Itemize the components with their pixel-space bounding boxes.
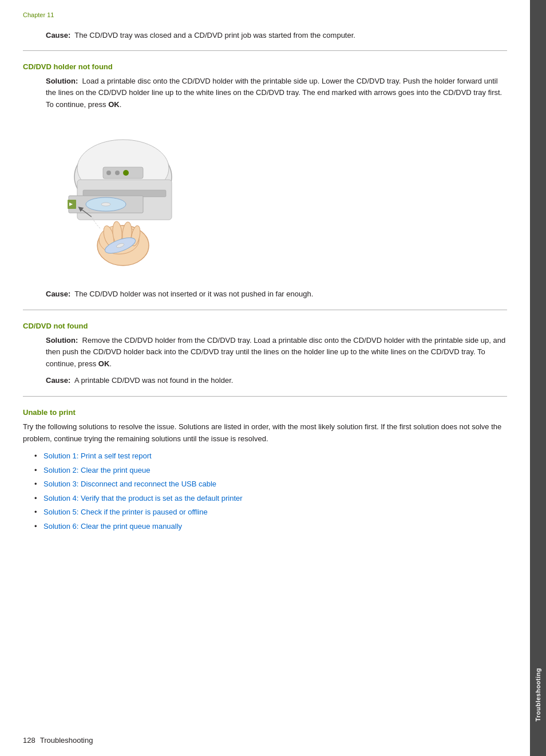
cause-label-2: Cause: <box>46 376 70 385</box>
top-cause-block: Cause: The CD/DVD tray was closed and a … <box>23 25 507 51</box>
chapter-heading: Chapter 11 <box>23 11 507 18</box>
top-cause-body: The CD/DVD tray was closed and a CD/DVD … <box>74 31 355 39</box>
svg-point-5 <box>115 171 120 175</box>
svg-text:▶: ▶ <box>69 201 73 207</box>
list-item: Solution 4: Verify that the product is s… <box>34 493 507 504</box>
unable-to-print-intro: Try the following solutions to resolve t… <box>23 421 507 445</box>
section-cdvd-not-found: CD/DVD not found Solution: Remove the CD… <box>23 322 507 387</box>
solution-body-2: Remove the CD/DVD holder from the CD/DVD… <box>46 336 505 369</box>
list-item: Solution 3: Disconnect and reconnect the… <box>34 478 507 490</box>
divider-1 <box>23 310 507 310</box>
solution-1-link[interactable]: Solution 1: Print a self test report <box>43 452 152 460</box>
list-item: Solution 1: Print a self test report <box>34 450 507 462</box>
solution-5-link[interactable]: Solution 5: Check if the printer is paus… <box>43 508 208 516</box>
svg-point-4 <box>106 171 111 175</box>
section-content-2: Solution: Remove the CD/DVD holder from … <box>23 335 507 387</box>
footer-section-label: Troubleshooting <box>40 736 93 745</box>
printer-illustration: ▶ <box>34 128 195 277</box>
svg-point-6 <box>123 170 129 176</box>
top-cause-label: Cause: <box>46 31 70 39</box>
section-title-3: Unable to print <box>23 408 507 417</box>
ok-bold-1: OK <box>108 100 120 109</box>
solution-label-2: Solution: <box>46 336 78 345</box>
list-item: Solution 6: Clear the print queue manual… <box>34 521 507 532</box>
page-wrapper: Chapter 11 Cause: The CD/DVD tray was cl… <box>0 0 546 756</box>
cause-label-1: Cause: <box>46 290 70 298</box>
solution-text-2: Solution: Remove the CD/DVD holder from … <box>46 335 507 370</box>
solution-text-1: Solution: Load a printable disc onto the… <box>46 76 507 111</box>
sidebar-tab: Troubleshooting <box>530 0 546 756</box>
printer-image-area: ▶ <box>23 117 507 288</box>
cause-content-1: Cause: The CD/DVD holder was not inserte… <box>23 288 507 300</box>
page-number: 128 <box>23 736 35 745</box>
section-title-1: CD/DVD holder not found <box>23 62 507 71</box>
top-cause-text: Cause: The CD/DVD tray was closed and a … <box>46 30 507 41</box>
solution-4-link[interactable]: Solution 4: Verify that the product is s… <box>43 494 243 502</box>
svg-point-10 <box>101 203 110 206</box>
solutions-list: Solution 1: Print a self test report Sol… <box>23 450 507 532</box>
solution-6-link[interactable]: Solution 6: Clear the print queue manual… <box>43 522 182 531</box>
page-footer: 128 Troubleshooting <box>23 736 93 745</box>
section-unable-to-print: Unable to print Try the following soluti… <box>23 408 507 532</box>
solution-label-1: Solution: <box>46 77 78 85</box>
main-content: Chapter 11 Cause: The CD/DVD tray was cl… <box>0 0 530 756</box>
cause-text-2: Cause: A printable CD/DVD was not found … <box>46 375 507 387</box>
list-item: Solution 2: Clear the print queue <box>34 465 507 476</box>
section-cdvd-holder-not-found: CD/DVD holder not found Solution: Load a… <box>23 62 507 300</box>
solution-2-link[interactable]: Solution 2: Clear the print queue <box>43 466 150 474</box>
list-item: Solution 5: Check if the printer is paus… <box>34 506 507 518</box>
divider-2 <box>23 396 507 397</box>
section-title-2: CD/DVD not found <box>23 322 507 330</box>
solution-3-link[interactable]: Solution 3: Disconnect and reconnect the… <box>43 480 216 488</box>
section-content-1: Solution: Load a printable disc onto the… <box>23 76 507 111</box>
cause-body-1: The CD/DVD holder was not inserted or it… <box>74 290 313 298</box>
cause-body-2: A printable CD/DVD was not found in the … <box>74 376 234 385</box>
cause-text-1: Cause: The CD/DVD holder was not inserte… <box>46 288 507 300</box>
sidebar-tab-label: Troubleshooting <box>535 668 541 722</box>
ok-bold-2: OK <box>98 359 110 368</box>
